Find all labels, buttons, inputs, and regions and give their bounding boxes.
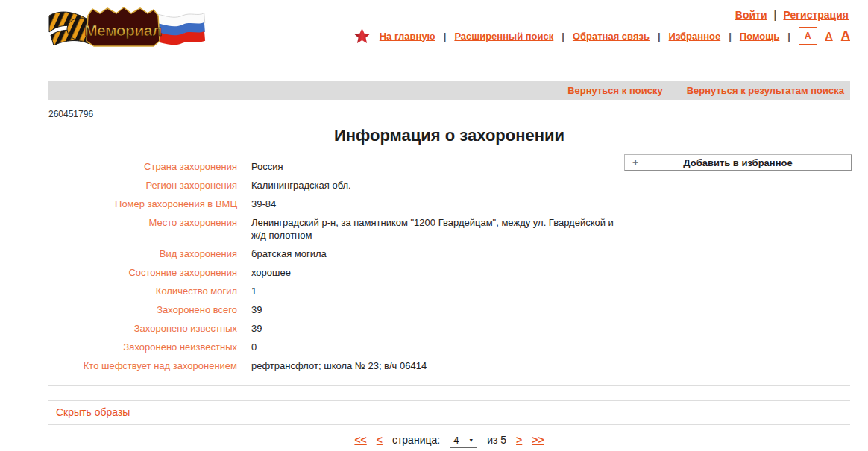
divider (48, 385, 850, 386)
separator: | (774, 9, 777, 21)
memorial-logo[interactable]: Мемориал (46, 4, 206, 53)
hide-images-link[interactable]: Скрыть образы (56, 406, 130, 418)
divider (48, 424, 850, 425)
nav-home-link[interactable]: На главную (380, 31, 435, 42)
return-toolbar: Вернуться к поиску Вернуться к результат… (48, 81, 850, 100)
field-value: Россия (251, 160, 624, 173)
field-label: Номер захоронения в ВМЦ (48, 198, 237, 210)
images-section-toggle-row: Скрыть образы (56, 406, 868, 419)
field-value: рефтрансфлот; школа № 23; в/ч 06414 (251, 359, 624, 372)
separator: | (562, 31, 564, 42)
field-value: Калининградская обл. (251, 179, 624, 192)
separator: | (787, 31, 790, 42)
pagination: << < страница: 4 ▼ из 5 > >> (48, 432, 850, 448)
field-value: 1 (251, 285, 624, 297)
field-value: братская могила (251, 247, 624, 260)
field-label: Вид захоронения (48, 247, 237, 260)
pagination-prev-link[interactable]: < (377, 434, 383, 446)
field-value: Ленинградский р-н, за памятником "1200 Г… (251, 216, 624, 242)
field-label: Количество могил (48, 285, 237, 297)
field-label: Захоронено неизвестных (48, 341, 237, 353)
field-row: Состояние захоронения хорошее (0, 263, 868, 282)
field-row: Регион захоронения Калининградская обл. (0, 176, 868, 195)
field-label: Страна захоронения (48, 160, 237, 173)
page-title: Информация о захоронении (48, 125, 850, 145)
star-icon (354, 28, 370, 43)
pagination-of-label: из 5 (487, 434, 506, 446)
field-label: Кто шефствует над захоронением (48, 359, 237, 372)
field-label: Состояние захоронения (48, 266, 237, 279)
nav-favorites-link[interactable]: Избранное (669, 31, 721, 42)
pagination-last-link[interactable]: >> (532, 434, 544, 446)
field-row: Количество могил 1 (0, 282, 868, 300)
font-size-small-button[interactable]: А (799, 27, 817, 45)
field-value: 39-84 (251, 198, 624, 210)
separator: | (444, 31, 447, 42)
field-row: Захоронено всего 39 (0, 300, 868, 319)
field-label: Захоронено всего (48, 303, 237, 316)
field-label: Место захоронения (48, 216, 237, 242)
field-label: Захоронено известных (48, 322, 237, 335)
field-value: 0 (251, 341, 624, 353)
field-row: Вид захоронения братская могила (0, 245, 868, 263)
field-value: хорошее (251, 266, 624, 279)
field-row: Номер захоронения в ВМЦ 39-84 (0, 195, 868, 213)
back-to-search-link[interactable]: Вернуться к поиску (567, 85, 662, 96)
nav-help-link[interactable]: Помощь (740, 31, 779, 42)
divider (48, 104, 850, 104)
pagination-page-label: страница: (392, 434, 440, 446)
separator: | (658, 31, 661, 42)
login-link[interactable]: Войти (735, 9, 767, 21)
add-to-favorites-label: Добавить в избранное (646, 157, 851, 168)
dropdown-caret-icon: ▼ (468, 438, 474, 443)
burial-info-fields: Страна захоронения Россия Регион захорон… (0, 157, 868, 375)
divider (48, 400, 850, 401)
field-label: Регион захоронения (48, 179, 237, 192)
add-to-favorites-button[interactable]: + Добавить в избранное (624, 154, 852, 171)
plus-icon: + (625, 157, 646, 168)
page-select-value: 4 (453, 435, 459, 446)
separator: | (729, 31, 732, 42)
field-row: Кто шефствует над захоронением рефтрансф… (0, 356, 868, 375)
logo-text: Мемориал (84, 22, 162, 39)
field-value: 39 (251, 303, 624, 316)
field-value: 39 (251, 322, 624, 335)
nav-feedback-link[interactable]: Обратная связь (573, 31, 650, 42)
register-link[interactable]: Регистрация (783, 9, 849, 21)
font-size-medium-button[interactable]: А (825, 30, 833, 42)
field-row: Захоронено неизвестных 0 (0, 338, 868, 356)
record-id: 260451796 (48, 109, 868, 119)
pagination-next-link[interactable]: > (516, 434, 522, 446)
field-row: Захоронено известных 39 (0, 319, 868, 338)
page-select[interactable]: 4 ▼ (450, 432, 477, 448)
page-header: Мемориал Войти | Регистрация На главную … (0, 0, 868, 81)
main-nav: На главную | Расширенный поиск | Обратна… (354, 27, 850, 45)
auth-links: Войти | Регистрация (735, 9, 849, 21)
nav-advanced-search-link[interactable]: Расширенный поиск (454, 31, 553, 42)
back-to-results-link[interactable]: Вернуться к результатам поиска (687, 85, 844, 96)
memorial-logo-image: Мемориал (46, 4, 206, 50)
field-row: Место захоронения Ленинградский р-н, за … (0, 213, 868, 245)
pagination-first-link[interactable]: << (354, 434, 366, 446)
font-size-large-button[interactable]: А (841, 28, 850, 43)
